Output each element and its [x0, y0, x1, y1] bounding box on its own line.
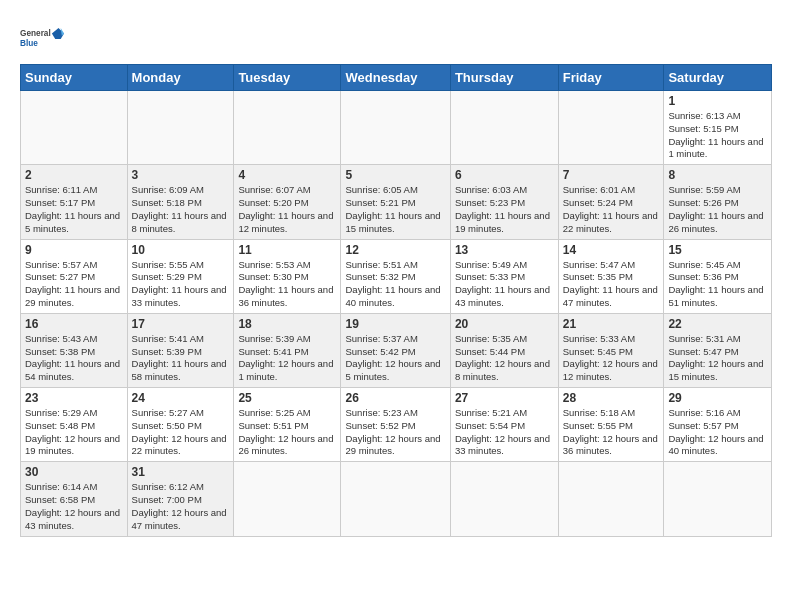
- day-number: 10: [132, 243, 230, 257]
- day-info: Sunrise: 6:01 AM Sunset: 5:24 PM Dayligh…: [563, 184, 660, 235]
- calendar-day-empty: [234, 462, 341, 536]
- day-info: Sunrise: 5:43 AM Sunset: 5:38 PM Dayligh…: [25, 333, 123, 384]
- weekday-header-thursday: Thursday: [450, 65, 558, 91]
- day-info: Sunrise: 6:11 AM Sunset: 5:17 PM Dayligh…: [25, 184, 123, 235]
- day-info: Sunrise: 5:49 AM Sunset: 5:33 PM Dayligh…: [455, 259, 554, 310]
- calendar-day-2: 2Sunrise: 6:11 AM Sunset: 5:17 PM Daylig…: [21, 165, 128, 239]
- calendar-day-23: 23Sunrise: 5:29 AM Sunset: 5:48 PM Dayli…: [21, 388, 128, 462]
- calendar-day-13: 13Sunrise: 5:49 AM Sunset: 5:33 PM Dayli…: [450, 239, 558, 313]
- calendar-day-3: 3Sunrise: 6:09 AM Sunset: 5:18 PM Daylig…: [127, 165, 234, 239]
- calendar-day-21: 21Sunrise: 5:33 AM Sunset: 5:45 PM Dayli…: [558, 313, 664, 387]
- weekday-header-tuesday: Tuesday: [234, 65, 341, 91]
- day-number: 26: [345, 391, 445, 405]
- calendar-day-27: 27Sunrise: 5:21 AM Sunset: 5:54 PM Dayli…: [450, 388, 558, 462]
- calendar-day-empty: [664, 462, 772, 536]
- calendar-day-30: 30Sunrise: 6:14 AM Sunset: 6:58 PM Dayli…: [21, 462, 128, 536]
- day-info: Sunrise: 5:21 AM Sunset: 5:54 PM Dayligh…: [455, 407, 554, 458]
- calendar-day-26: 26Sunrise: 5:23 AM Sunset: 5:52 PM Dayli…: [341, 388, 450, 462]
- calendar-day-22: 22Sunrise: 5:31 AM Sunset: 5:47 PM Dayli…: [664, 313, 772, 387]
- day-info: Sunrise: 5:39 AM Sunset: 5:41 PM Dayligh…: [238, 333, 336, 384]
- weekday-header-monday: Monday: [127, 65, 234, 91]
- day-number: 6: [455, 168, 554, 182]
- day-number: 3: [132, 168, 230, 182]
- day-number: 16: [25, 317, 123, 331]
- calendar-day-18: 18Sunrise: 5:39 AM Sunset: 5:41 PM Dayli…: [234, 313, 341, 387]
- logo-svg: General Blue: [20, 16, 64, 60]
- day-number: 12: [345, 243, 445, 257]
- day-info: Sunrise: 5:37 AM Sunset: 5:42 PM Dayligh…: [345, 333, 445, 384]
- day-info: Sunrise: 6:03 AM Sunset: 5:23 PM Dayligh…: [455, 184, 554, 235]
- day-info: Sunrise: 5:18 AM Sunset: 5:55 PM Dayligh…: [563, 407, 660, 458]
- day-info: Sunrise: 5:47 AM Sunset: 5:35 PM Dayligh…: [563, 259, 660, 310]
- day-number: 18: [238, 317, 336, 331]
- calendar-day-14: 14Sunrise: 5:47 AM Sunset: 5:35 PM Dayli…: [558, 239, 664, 313]
- calendar-week-row: 2Sunrise: 6:11 AM Sunset: 5:17 PM Daylig…: [21, 165, 772, 239]
- day-number: 19: [345, 317, 445, 331]
- weekday-header-row: SundayMondayTuesdayWednesdayThursdayFrid…: [21, 65, 772, 91]
- day-info: Sunrise: 6:14 AM Sunset: 6:58 PM Dayligh…: [25, 481, 123, 532]
- calendar-day-24: 24Sunrise: 5:27 AM Sunset: 5:50 PM Dayli…: [127, 388, 234, 462]
- calendar-day-empty: [558, 462, 664, 536]
- calendar-day-28: 28Sunrise: 5:18 AM Sunset: 5:55 PM Dayli…: [558, 388, 664, 462]
- svg-text:General: General: [20, 29, 51, 38]
- day-number: 28: [563, 391, 660, 405]
- calendar-day-4: 4Sunrise: 6:07 AM Sunset: 5:20 PM Daylig…: [234, 165, 341, 239]
- calendar-week-row: 30Sunrise: 6:14 AM Sunset: 6:58 PM Dayli…: [21, 462, 772, 536]
- calendar-day-10: 10Sunrise: 5:55 AM Sunset: 5:29 PM Dayli…: [127, 239, 234, 313]
- calendar-day-empty: [234, 91, 341, 165]
- day-info: Sunrise: 5:51 AM Sunset: 5:32 PM Dayligh…: [345, 259, 445, 310]
- calendar-day-empty: [450, 462, 558, 536]
- day-number: 8: [668, 168, 767, 182]
- calendar-day-5: 5Sunrise: 6:05 AM Sunset: 5:21 PM Daylig…: [341, 165, 450, 239]
- day-info: Sunrise: 5:31 AM Sunset: 5:47 PM Dayligh…: [668, 333, 767, 384]
- calendar-day-empty: [341, 91, 450, 165]
- calendar-day-8: 8Sunrise: 5:59 AM Sunset: 5:26 PM Daylig…: [664, 165, 772, 239]
- calendar-day-20: 20Sunrise: 5:35 AM Sunset: 5:44 PM Dayli…: [450, 313, 558, 387]
- day-info: Sunrise: 5:33 AM Sunset: 5:45 PM Dayligh…: [563, 333, 660, 384]
- calendar-day-empty: [558, 91, 664, 165]
- calendar-day-29: 29Sunrise: 5:16 AM Sunset: 5:57 PM Dayli…: [664, 388, 772, 462]
- day-info: Sunrise: 6:12 AM Sunset: 7:00 PM Dayligh…: [132, 481, 230, 532]
- day-info: Sunrise: 5:57 AM Sunset: 5:27 PM Dayligh…: [25, 259, 123, 310]
- day-number: 11: [238, 243, 336, 257]
- day-info: Sunrise: 5:55 AM Sunset: 5:29 PM Dayligh…: [132, 259, 230, 310]
- day-info: Sunrise: 6:09 AM Sunset: 5:18 PM Dayligh…: [132, 184, 230, 235]
- day-number: 5: [345, 168, 445, 182]
- day-number: 25: [238, 391, 336, 405]
- day-info: Sunrise: 5:27 AM Sunset: 5:50 PM Dayligh…: [132, 407, 230, 458]
- day-number: 4: [238, 168, 336, 182]
- day-number: 13: [455, 243, 554, 257]
- svg-text:Blue: Blue: [20, 39, 38, 48]
- day-number: 27: [455, 391, 554, 405]
- day-info: Sunrise: 5:41 AM Sunset: 5:39 PM Dayligh…: [132, 333, 230, 384]
- day-number: 20: [455, 317, 554, 331]
- calendar-week-row: 16Sunrise: 5:43 AM Sunset: 5:38 PM Dayli…: [21, 313, 772, 387]
- logo: General Blue: [20, 16, 64, 60]
- day-info: Sunrise: 6:07 AM Sunset: 5:20 PM Dayligh…: [238, 184, 336, 235]
- day-number: 29: [668, 391, 767, 405]
- day-info: Sunrise: 5:35 AM Sunset: 5:44 PM Dayligh…: [455, 333, 554, 384]
- calendar-day-16: 16Sunrise: 5:43 AM Sunset: 5:38 PM Dayli…: [21, 313, 128, 387]
- weekday-header-friday: Friday: [558, 65, 664, 91]
- calendar-day-6: 6Sunrise: 6:03 AM Sunset: 5:23 PM Daylig…: [450, 165, 558, 239]
- day-number: 30: [25, 465, 123, 479]
- day-info: Sunrise: 6:13 AM Sunset: 5:15 PM Dayligh…: [668, 110, 767, 161]
- weekday-header-saturday: Saturday: [664, 65, 772, 91]
- day-info: Sunrise: 5:59 AM Sunset: 5:26 PM Dayligh…: [668, 184, 767, 235]
- day-info: Sunrise: 5:16 AM Sunset: 5:57 PM Dayligh…: [668, 407, 767, 458]
- calendar-day-15: 15Sunrise: 5:45 AM Sunset: 5:36 PM Dayli…: [664, 239, 772, 313]
- day-number: 24: [132, 391, 230, 405]
- day-number: 14: [563, 243, 660, 257]
- day-info: Sunrise: 5:29 AM Sunset: 5:48 PM Dayligh…: [25, 407, 123, 458]
- calendar-week-row: 23Sunrise: 5:29 AM Sunset: 5:48 PM Dayli…: [21, 388, 772, 462]
- day-info: Sunrise: 6:05 AM Sunset: 5:21 PM Dayligh…: [345, 184, 445, 235]
- day-number: 31: [132, 465, 230, 479]
- day-info: Sunrise: 5:45 AM Sunset: 5:36 PM Dayligh…: [668, 259, 767, 310]
- day-number: 22: [668, 317, 767, 331]
- day-info: Sunrise: 5:23 AM Sunset: 5:52 PM Dayligh…: [345, 407, 445, 458]
- calendar-day-1: 1Sunrise: 6:13 AM Sunset: 5:15 PM Daylig…: [664, 91, 772, 165]
- calendar-day-17: 17Sunrise: 5:41 AM Sunset: 5:39 PM Dayli…: [127, 313, 234, 387]
- calendar: SundayMondayTuesdayWednesdayThursdayFrid…: [20, 64, 772, 537]
- calendar-day-25: 25Sunrise: 5:25 AM Sunset: 5:51 PM Dayli…: [234, 388, 341, 462]
- day-number: 7: [563, 168, 660, 182]
